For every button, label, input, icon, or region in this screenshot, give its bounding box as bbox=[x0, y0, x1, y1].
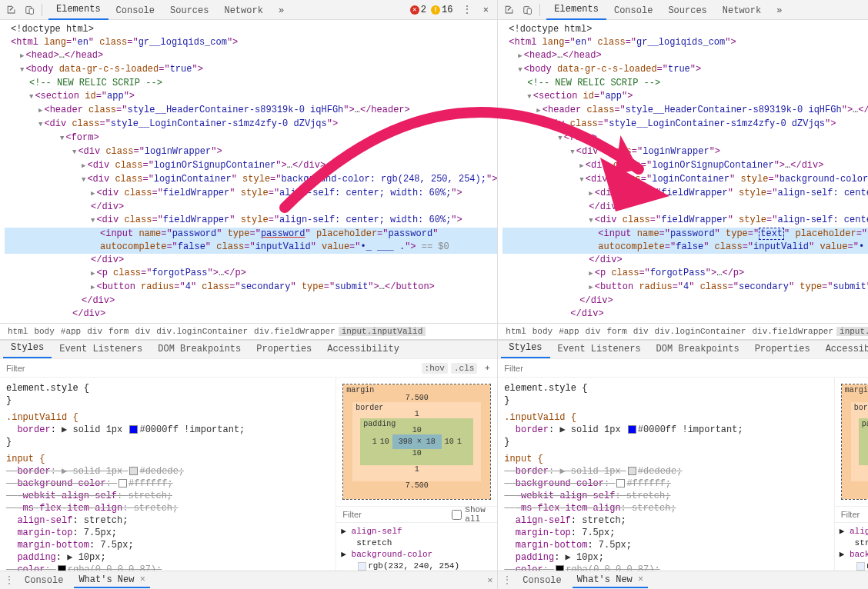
tab-elements[interactable]: Elements bbox=[48, 1, 108, 20]
styles-rules[interactable]: element.style { } .inputValid { border: … bbox=[0, 378, 336, 571]
tab-elements[interactable]: Elements bbox=[546, 1, 606, 20]
dom-tree[interactable]: <!doctype html> <html lang="en" class="g… bbox=[498, 20, 868, 323]
tab-console[interactable]: Console bbox=[606, 2, 660, 20]
computed-filter-input[interactable] bbox=[838, 508, 868, 521]
styles-rules[interactable]: element.style { } .inputValid { border: … bbox=[498, 378, 833, 571]
box-model-pane: margin 7.500 border 1 padding 10 1 10 bbox=[336, 378, 497, 571]
error-count[interactable]: ✕ 2 ! 16 bbox=[410, 5, 453, 15]
drawer-kebab-icon[interactable]: ⋮ bbox=[502, 574, 512, 586]
box-model[interactable]: margin 7.500 border 1 padding 10 1 10 bbox=[342, 384, 491, 500]
crumb[interactable]: #app bbox=[58, 327, 84, 336]
device-toggle-icon[interactable] bbox=[22, 2, 38, 18]
hov-toggle[interactable]: :hov bbox=[422, 363, 448, 374]
crumb-selected[interactable]: input.inputValid bbox=[339, 327, 426, 336]
color-swatch[interactable] bbox=[556, 565, 564, 571]
device-toggle-icon[interactable] bbox=[519, 2, 536, 18]
computed-properties[interactable]: ▶ align-self stretch ▶ background-color … bbox=[336, 523, 497, 571]
box-model[interactable]: margin 7.500 border 1 padding 10 1 10 bbox=[841, 384, 868, 500]
color-swatch-blue[interactable] bbox=[129, 425, 138, 434]
drawer-console[interactable]: Console bbox=[518, 574, 566, 587]
cls-toggle[interactable]: .cls bbox=[451, 363, 477, 374]
sub-tabs: Styles Event Listeners DOM Breakpoints P… bbox=[0, 341, 497, 359]
crumb[interactable]: form bbox=[105, 327, 132, 336]
crumb[interactable]: html bbox=[5, 327, 31, 336]
styles-pane: Styles Event Listeners DOM Breakpoints P… bbox=[498, 340, 868, 571]
color-swatch[interactable] bbox=[358, 562, 366, 571]
close-drawer-icon[interactable]: ✕ bbox=[487, 574, 492, 586]
kebab-icon[interactable]: ⋮ bbox=[459, 2, 476, 18]
subtab-accessibility[interactable]: Accessibility bbox=[319, 341, 407, 358]
color-swatch[interactable] bbox=[129, 467, 138, 475]
doctype: <!doctype html> bbox=[11, 24, 94, 35]
tab-network[interactable]: Network bbox=[715, 2, 769, 20]
tab-console[interactable]: Console bbox=[108, 2, 162, 20]
inspect-icon[interactable] bbox=[501, 2, 518, 18]
subtab-styles[interactable]: Styles bbox=[3, 339, 52, 358]
crumb[interactable]: div.loginContainer bbox=[153, 327, 251, 336]
selected-input-element[interactable]: <input name="password" type="text" place… bbox=[502, 228, 868, 241]
close-devtools-icon[interactable]: ✕ bbox=[477, 2, 494, 18]
show-all-checkbox[interactable] bbox=[452, 510, 462, 520]
subtab-accessibility[interactable]: Accessibility bbox=[818, 341, 868, 358]
crumb[interactable]: div bbox=[84, 327, 105, 336]
computed-filter-input[interactable] bbox=[339, 508, 452, 521]
color-swatch[interactable] bbox=[856, 562, 865, 571]
crumb[interactable]: body bbox=[31, 327, 57, 336]
subtab-dombreakpoints[interactable]: DOM Breakpoints bbox=[150, 341, 249, 358]
error-icon: ✕ bbox=[410, 5, 419, 15]
crumb[interactable]: div.fieldWrapper bbox=[251, 327, 339, 336]
color-swatch[interactable] bbox=[616, 479, 625, 488]
inspect-icon[interactable] bbox=[3, 2, 20, 18]
type-value-text: text bbox=[759, 228, 784, 240]
add-rule-icon[interactable]: + bbox=[480, 361, 494, 375]
computed-properties[interactable]: ▶ align-self stretch ▶ background-color … bbox=[835, 523, 868, 571]
close-drawer-tab-icon[interactable]: × bbox=[140, 574, 145, 585]
subtab-eventlisteners[interactable]: Event Listeners bbox=[52, 341, 150, 358]
type-value-password: password bbox=[261, 228, 305, 239]
dom-tree[interactable]: <!doctype html> <html lang="en" class="g… bbox=[0, 20, 497, 323]
subtab-eventlisteners[interactable]: Event Listeners bbox=[550, 341, 649, 358]
drawer-console[interactable]: Console bbox=[20, 574, 68, 587]
drawer-whatsnew[interactable]: What's New × bbox=[74, 573, 149, 588]
styles-pane: Styles Event Listeners DOM Breakpoints P… bbox=[0, 340, 497, 571]
error-yellow-count: 16 bbox=[442, 5, 452, 15]
tab-sources[interactable]: Sources bbox=[162, 2, 216, 20]
svg-rect-3 bbox=[527, 8, 531, 14]
drawer-kebab-icon[interactable]: ⋮ bbox=[5, 574, 14, 586]
devtools-panel-left: Elements Console Sources Network » ✕ 2 !… bbox=[0, 0, 498, 589]
styles-filter-input[interactable] bbox=[3, 362, 419, 374]
crumb[interactable]: div bbox=[132, 327, 153, 336]
tab-more[interactable]: » bbox=[271, 2, 292, 20]
top-toolbar: Elements Console Sources Network » ✕ 2 !… bbox=[498, 0, 868, 20]
color-swatch[interactable] bbox=[628, 467, 636, 475]
drawer: ⋮ Console What's New × ✕ bbox=[498, 571, 868, 589]
tab-network[interactable]: Network bbox=[216, 2, 270, 20]
drawer-whatsnew[interactable]: What's New × bbox=[573, 573, 648, 588]
main-tabs: Elements Console Sources Network » bbox=[48, 0, 292, 20]
tab-more[interactable]: » bbox=[769, 2, 790, 20]
breadcrumb[interactable]: html body #app div form div div.loginCon… bbox=[498, 323, 868, 340]
color-swatch[interactable] bbox=[58, 565, 66, 571]
color-swatch[interactable] bbox=[119, 479, 127, 488]
styles-filter-input[interactable] bbox=[501, 362, 868, 374]
subtab-properties[interactable]: Properties bbox=[747, 341, 818, 358]
box-content: 398 × 18 bbox=[392, 434, 442, 449]
breadcrumb[interactable]: html body #app div form div div.loginCon… bbox=[0, 323, 497, 340]
color-swatch-blue[interactable] bbox=[628, 425, 636, 434]
subtab-styles[interactable]: Styles bbox=[501, 339, 549, 358]
warning-icon: ! bbox=[431, 5, 440, 15]
close-drawer-tab-icon[interactable]: × bbox=[638, 574, 643, 585]
tab-sources[interactable]: Sources bbox=[660, 2, 714, 20]
top-toolbar: Elements Console Sources Network » ✕ 2 !… bbox=[0, 0, 497, 20]
devtools-panel-right: Elements Console Sources Network » ✕ 2 !… bbox=[498, 0, 868, 589]
show-all-label: Show all bbox=[465, 505, 494, 524]
styles-filter-row: :hov .cls + bbox=[0, 359, 497, 378]
selected-input-element[interactable]: <input name="password" type="password" p… bbox=[5, 228, 497, 241]
error-red-count: 2 bbox=[421, 5, 426, 15]
subtab-properties[interactable]: Properties bbox=[249, 341, 319, 358]
drawer: ⋮ Console What's New × ✕ bbox=[0, 571, 497, 589]
svg-rect-1 bbox=[29, 8, 33, 14]
subtab-dombreakpoints[interactable]: DOM Breakpoints bbox=[649, 341, 747, 358]
